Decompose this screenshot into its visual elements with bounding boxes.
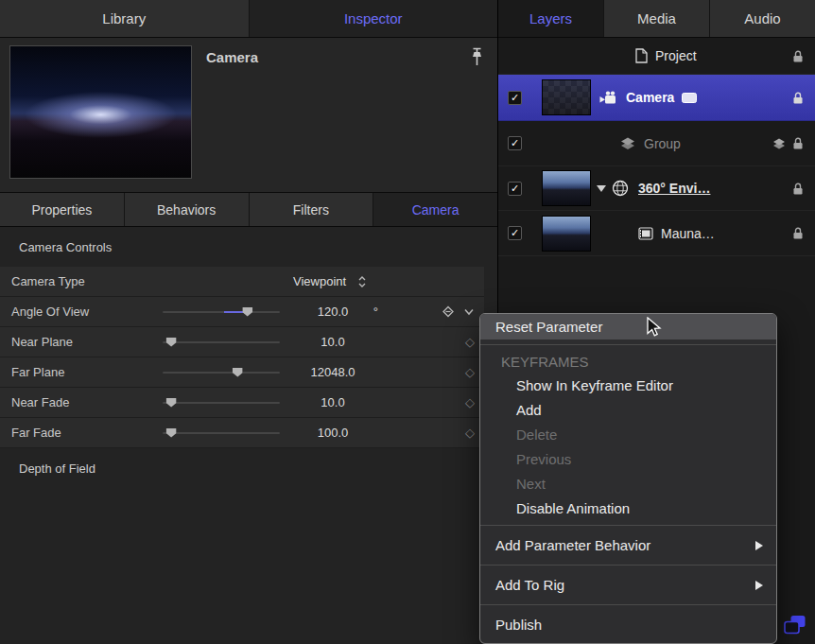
layer-row-group[interactable]: ✓ Group <box>498 121 815 166</box>
lock-icon[interactable] <box>792 182 804 196</box>
slider-track[interactable] <box>163 372 280 374</box>
tab-audio[interactable]: Audio <box>710 0 815 37</box>
film-clip-icon <box>638 227 653 240</box>
disclosure-triangle-icon[interactable] <box>597 185 606 192</box>
lock-icon[interactable] <box>792 49 804 63</box>
keyframe-diamond-icon[interactable]: ◇ <box>465 396 475 409</box>
menu-item-reset-parameter[interactable]: Reset Parameter <box>480 314 776 339</box>
menu-item-label: Reset Parameter <box>495 319 602 335</box>
section-camera-controls-label: Camera Controls <box>19 240 112 254</box>
menu-item-add-to-rig[interactable]: Add To Rig <box>480 570 776 600</box>
inspector-panel: Library Inspector Camera Properties Beha… <box>0 0 498 644</box>
menu-separator <box>480 604 776 605</box>
tab-library[interactable]: Library <box>0 0 250 37</box>
value-text: 12048.0 <box>311 365 355 379</box>
pin-button[interactable] <box>467 45 486 70</box>
keyframe-diamond-icon[interactable]: ◇ <box>465 336 475 348</box>
near-fade-label: Near Fade <box>11 395 163 409</box>
layer-visibility-checkbox[interactable]: ✓ <box>508 226 522 240</box>
menu-item-add[interactable]: Add <box>480 397 776 422</box>
far-fade-value[interactable]: 100.0 <box>286 426 380 440</box>
popup-chevrons-icon <box>357 275 367 288</box>
pin-icon <box>469 46 485 69</box>
near-fade-slider[interactable] <box>163 396 286 409</box>
value-text: 10.0 <box>321 335 344 349</box>
tab-layers[interactable]: Layers <box>498 0 604 37</box>
inspector-header: Camera <box>0 38 497 193</box>
layer-visibility-checkbox[interactable]: ✓ <box>508 136 522 150</box>
document-icon <box>635 48 648 63</box>
motion-app-window: Library Inspector Camera Properties Beha… <box>0 0 815 644</box>
tab-audio-label: Audio <box>744 10 780 26</box>
slider-handle[interactable] <box>242 307 252 317</box>
far-fade-slider[interactable] <box>163 426 286 440</box>
camera-type-value: Viewpoint <box>293 274 346 288</box>
submenu-arrow-icon <box>755 581 763 590</box>
tab-inspector[interactable]: Inspector <box>250 0 498 37</box>
menu-item-show-in-keyframe-editor[interactable]: Show In Keyframe Editor <box>480 373 776 397</box>
near-plane-value[interactable]: 10.0 <box>286 335 380 349</box>
far-plane-value[interactable]: 12048.0 <box>286 365 380 379</box>
section-depth-of-field: Depth of Field <box>0 448 497 488</box>
menu-item-label: Next <box>516 476 546 492</box>
layer-row-project[interactable]: Project <box>498 38 815 75</box>
angle-of-view-slider[interactable] <box>163 305 286 319</box>
layer-row-360-environment[interactable]: ✓ 360° Envi… <box>498 166 815 211</box>
slider-track[interactable] <box>163 432 280 434</box>
library-inspector-tabbar: Library Inspector <box>0 0 497 38</box>
menu-item-disable-animation[interactable]: Disable Animation <box>480 496 776 520</box>
layer-name: 360° Envi… <box>638 181 710 196</box>
tab-library-label: Library <box>102 10 146 26</box>
menu-item-label: Show In Keyframe Editor <box>516 377 673 393</box>
camera-type-label: Camera Type <box>11 274 163 288</box>
chevron-down-icon[interactable] <box>463 308 475 316</box>
angle-of-view-value[interactable]: 120.0 ° <box>286 305 380 319</box>
keyframe-diamond-icon[interactable]: ◇ <box>465 426 475 439</box>
animation-menu-icon[interactable] <box>442 305 455 318</box>
mauna-layer-thumbnail <box>542 216 591 252</box>
tab-behaviors[interactable]: Behaviors <box>125 193 250 226</box>
param-row-near-fade: Near Fade 10.0 ◇ <box>0 388 484 418</box>
menu-item-label: Add To Rig <box>495 577 564 593</box>
far-plane-slider[interactable] <box>163 366 286 379</box>
slider-handle[interactable] <box>233 368 243 377</box>
menu-item-publish[interactable]: Publish <box>480 610 776 639</box>
mouse-cursor-icon <box>647 317 662 338</box>
tab-camera[interactable]: Camera <box>373 193 497 226</box>
layer-visibility-checkbox[interactable]: ✓ <box>508 182 522 196</box>
tab-filters-label: Filters <box>293 202 329 218</box>
layer-name: Project <box>655 48 697 63</box>
slider-track[interactable] <box>163 311 280 313</box>
submenu-arrow-icon <box>755 541 763 550</box>
slider-handle[interactable] <box>166 338 177 347</box>
camera-type-popup[interactable]: Viewpoint <box>293 274 367 288</box>
menu-item-add-parameter-behavior[interactable]: Add Parameter Behavior <box>480 531 776 560</box>
duplicate-layers-icon[interactable] <box>783 614 807 636</box>
near-plane-slider[interactable] <box>163 336 286 349</box>
tab-properties-label: Properties <box>31 202 92 218</box>
menu-section-keyframes: KEYFRAMES <box>480 350 776 373</box>
lock-icon[interactable] <box>792 136 804 150</box>
keyframe-diamond-icon[interactable]: ◇ <box>465 366 475 378</box>
layer-visibility-checkbox[interactable]: ✓ <box>508 91 522 105</box>
layer-row-camera[interactable]: ✓ Camera <box>498 75 815 121</box>
slider-handle[interactable] <box>166 398 177 408</box>
slider-track[interactable] <box>163 402 280 404</box>
near-fade-value[interactable]: 10.0 <box>286 395 380 409</box>
value-text: 10.0 <box>321 395 344 409</box>
tab-media[interactable]: Media <box>604 0 710 37</box>
group-icon <box>619 137 636 149</box>
tab-properties[interactable]: Properties <box>0 193 125 226</box>
slider-handle[interactable] <box>166 428 177 438</box>
layer-row-mauna[interactable]: ✓ Mauna… <box>498 211 815 256</box>
keyframe-controls <box>442 305 478 318</box>
tab-filters[interactable]: Filters <box>250 193 374 226</box>
lock-icon[interactable] <box>792 91 804 105</box>
far-plane-label: Far Plane <box>11 365 163 379</box>
slider-track[interactable] <box>163 341 280 343</box>
parameter-context-menu: Reset Parameter KEYFRAMES Show In Keyfra… <box>479 313 777 644</box>
camera-parameters: Camera Controls Camera Type Viewpoint An… <box>0 227 497 488</box>
lock-icon[interactable] <box>792 226 804 240</box>
camera-preview-thumbnail <box>9 45 192 179</box>
angle-of-view-label: Angle Of View <box>11 305 163 319</box>
